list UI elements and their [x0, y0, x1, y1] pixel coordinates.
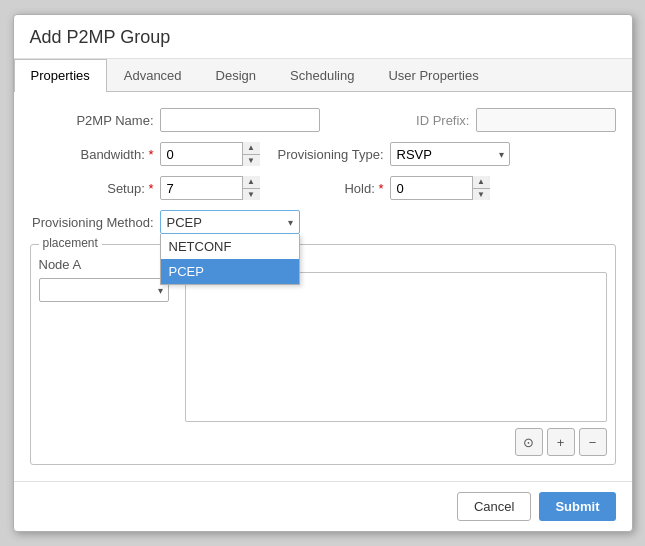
- add-p2mp-group-dialog: Add P2MP Group Properties Advanced Desig…: [13, 14, 633, 532]
- tab-properties[interactable]: Properties: [14, 59, 107, 92]
- row-provisioning-method: Provisioning Method: PCEP ▾ NETCONF PCEP: [30, 210, 616, 234]
- tab-user-properties[interactable]: User Properties: [371, 59, 495, 91]
- provisioning-method-menu: NETCONF PCEP: [160, 234, 300, 285]
- setup-label: Setup:: [107, 181, 145, 196]
- row-setup: Setup: * ▲ ▼ Hold: * ▲ ▼: [30, 176, 616, 200]
- provisioning-method-dropdown: PCEP ▾ NETCONF PCEP: [160, 210, 300, 234]
- bandwidth-label: Bandwidth:: [80, 147, 144, 162]
- hold-required: *: [378, 181, 383, 196]
- tab-bar: Properties Advanced Design Scheduling Us…: [14, 59, 632, 92]
- remove-button[interactable]: −: [579, 428, 607, 456]
- provisioning-method-value: PCEP: [167, 215, 202, 230]
- dropdown-item-netconf[interactable]: NETCONF: [161, 234, 299, 259]
- dropdown-item-pcep[interactable]: PCEP: [161, 259, 299, 284]
- setup-spinner: ▲ ▼: [242, 176, 260, 200]
- node-a-select[interactable]: [39, 278, 169, 302]
- cancel-button[interactable]: Cancel: [457, 492, 531, 521]
- hold-label: Hold:: [344, 181, 374, 196]
- globe-button[interactable]: ⊙: [515, 428, 543, 456]
- provisioning-type-select-wrapper: RSVP SR: [390, 142, 510, 166]
- provisioning-method-trigger[interactable]: PCEP ▾: [160, 210, 300, 234]
- p2mp-name-input[interactable]: [160, 108, 320, 132]
- node-a-section: Node A: [39, 257, 169, 456]
- node-z-section: Node Z ⊙ + −: [185, 257, 607, 456]
- row-bandwidth: Bandwidth: * ▲ ▼ Provisioning Type: RSVP…: [30, 142, 616, 166]
- bandwidth-up-btn[interactable]: ▲: [243, 142, 260, 155]
- placement-inner: Node A Node Z ⊙ +: [39, 257, 607, 456]
- add-button[interactable]: +: [547, 428, 575, 456]
- chevron-down-icon: ▾: [288, 217, 293, 228]
- node-a-label: Node A: [39, 257, 169, 272]
- dialog-footer: Cancel Submit: [14, 481, 632, 531]
- hold-up-btn[interactable]: ▲: [473, 176, 490, 189]
- provisioning-type-label: Provisioning Type:: [278, 147, 384, 162]
- setup-down-btn[interactable]: ▼: [243, 189, 260, 201]
- tab-advanced[interactable]: Advanced: [107, 59, 199, 91]
- tab-scheduling[interactable]: Scheduling: [273, 59, 371, 91]
- id-prefix-input[interactable]: [476, 108, 616, 132]
- dialog-body: P2MP Name: ID Prefix: Bandwidth: * ▲ ▼: [14, 92, 632, 481]
- plus-icon: +: [557, 435, 565, 450]
- provisioning-type-select[interactable]: RSVP SR: [390, 142, 510, 166]
- node-z-textarea[interactable]: [185, 272, 607, 422]
- hold-spinner: ▲ ▼: [472, 176, 490, 200]
- provisioning-method-label: Provisioning Method:: [32, 215, 153, 230]
- id-prefix-label: ID Prefix:: [416, 113, 469, 128]
- minus-icon: −: [589, 435, 597, 450]
- bandwidth-down-btn[interactable]: ▼: [243, 155, 260, 167]
- globe-icon: ⊙: [523, 435, 534, 450]
- bandwidth-spinner: ▲ ▼: [242, 142, 260, 166]
- tab-design[interactable]: Design: [199, 59, 273, 91]
- node-a-select-wrapper: [39, 278, 169, 302]
- hold-down-btn[interactable]: ▼: [473, 189, 490, 201]
- bandwidth-required: *: [148, 147, 153, 162]
- placement-label: placement: [39, 236, 102, 250]
- placement-box: placement Node A Node Z ⊙: [30, 244, 616, 465]
- setup-up-btn[interactable]: ▲: [243, 176, 260, 189]
- dialog-title: Add P2MP Group: [14, 15, 632, 59]
- p2mp-name-label: P2MP Name:: [76, 113, 153, 128]
- submit-button[interactable]: Submit: [539, 492, 615, 521]
- row-p2mp-name: P2MP Name: ID Prefix:: [30, 108, 616, 132]
- setup-required: *: [148, 181, 153, 196]
- node-z-buttons: ⊙ + −: [185, 428, 607, 456]
